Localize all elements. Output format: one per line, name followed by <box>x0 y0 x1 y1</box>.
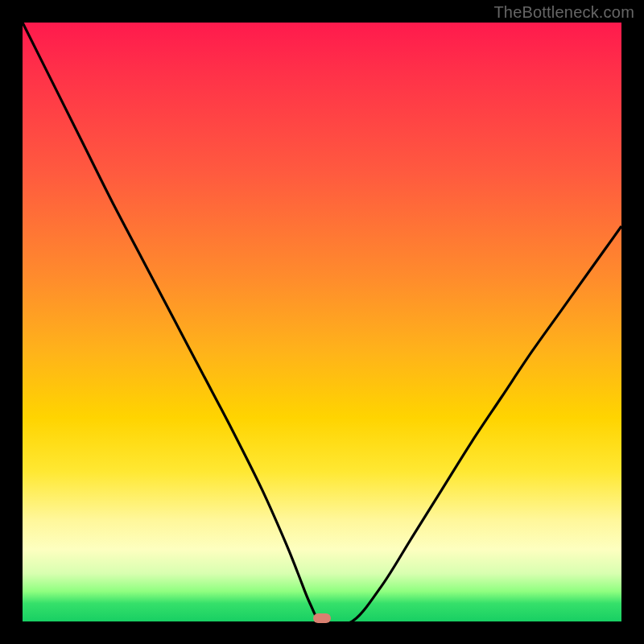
curve-path <box>23 23 621 625</box>
plot-area <box>23 23 621 621</box>
watermark-text: TheBottleneck.com <box>493 3 634 22</box>
chart-frame: TheBottleneck.com <box>0 0 644 644</box>
optimum-marker <box>313 613 331 623</box>
bottleneck-curve <box>23 23 621 621</box>
